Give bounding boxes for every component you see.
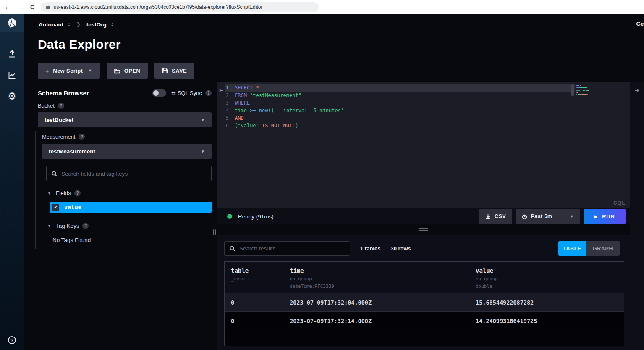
code-line[interactable]: 5AND [225, 114, 575, 122]
table-cell: 2023-07-09T17:32:14.000Z [283, 318, 469, 324]
collapse-left-icon[interactable]: ⇤ [217, 82, 225, 208]
influxdb-logo[interactable] [0, 14, 24, 32]
code-line[interactable]: 3WHERE [225, 99, 575, 107]
query-status-text: Ready (91ms) [238, 213, 274, 220]
breadcrumb-suborg[interactable]: testOrg [86, 21, 107, 28]
save-button[interactable]: SAVE [154, 63, 194, 79]
browser-reload-icon[interactable]: C [30, 3, 35, 11]
save-icon [162, 68, 168, 74]
sql-sync-toggle[interactable] [152, 89, 166, 97]
code-line[interactable]: 6("value" IS NOT NULL) [225, 122, 575, 129]
run-query-button[interactable]: ▶ RUN [584, 209, 626, 224]
tag-keys-collapse-icon[interactable]: ▼ [47, 224, 51, 228]
address-bar[interactable]: us-east-1-1.aws.cloud2.influxdata.com/or… [41, 2, 319, 12]
field-checkbox[interactable]: ✓ [52, 204, 59, 211]
tag-keys-label: Tag Keys [56, 223, 79, 229]
settings-gear-icon[interactable]: ⚙ [8, 92, 17, 101]
open-button[interactable]: OPEN [107, 63, 148, 79]
measurement-help-icon[interactable]: ? [79, 134, 85, 140]
download-icon [485, 214, 491, 219]
table-cell: 0 [225, 299, 283, 306]
sync-arrows-icon: ⇆ [171, 90, 176, 96]
editor-minimap[interactable] [575, 82, 589, 208]
chevron-down-icon: ▼ [201, 118, 205, 122]
results-search-input[interactable] [239, 245, 345, 252]
column-meta: double [476, 284, 624, 289]
column-name: time [290, 267, 469, 274]
results-panel: 1 tables 30 rows TABLE GRAPH table_resul… [217, 235, 630, 350]
bucket-value: testBucket [45, 117, 73, 123]
breadcrumb-separator: ❯ [76, 21, 81, 27]
table-row[interactable]: 02023-07-09T17:32:14.000Z14.240993186419… [225, 311, 624, 330]
run-label: RUN [602, 213, 615, 220]
tag-keys-help-icon[interactable]: ? [82, 223, 89, 229]
table-row[interactable]: 02023-07-09T17:32:04.000Z15.685449220872… [225, 293, 624, 311]
drag-handle-icon [213, 229, 216, 235]
fields-search[interactable] [46, 166, 212, 181]
results-table-body: 02023-07-09T17:32:04.000Z15.685449220872… [225, 293, 624, 330]
new-script-button[interactable]: + New Script ▼ [38, 63, 100, 79]
right-collapse-strip[interactable]: ⇥ [630, 82, 644, 350]
status-ok-dot [227, 214, 232, 219]
measurement-value: testMeasurement [49, 148, 95, 155]
fields-help-icon[interactable]: ? [74, 190, 81, 196]
bucket-dropdown[interactable]: testBucket ▼ [38, 112, 212, 127]
save-label: SAVE [172, 68, 187, 74]
bucket-help-icon[interactable]: ? [58, 103, 64, 109]
sql-sync-help-icon[interactable]: ? [205, 90, 212, 96]
indent-guide [42, 163, 42, 249]
schema-browser-title: Schema Browser [38, 89, 89, 97]
upload-data-icon[interactable] [8, 49, 17, 58]
tables-count: 1 tables [360, 245, 380, 252]
fields-search-input[interactable] [61, 171, 206, 177]
table-cell: 14.240993186419725 [469, 318, 624, 324]
influxdb-logo-icon [7, 18, 18, 29]
tab-table[interactable]: TABLE [558, 241, 586, 256]
view-mode-toggle: TABLE GRAPH [558, 241, 620, 256]
data-explorer-icon[interactable] [8, 71, 17, 80]
editor-scrollbar[interactable] [571, 84, 574, 96]
minimap-line [576, 90, 589, 91]
time-range-dropdown[interactable]: ◷ Past 5m ▼ [516, 209, 580, 224]
column-header-table[interactable]: table_result [225, 267, 283, 293]
nav-right-link[interactable]: Get [636, 21, 644, 27]
column-meta: no group [476, 276, 624, 282]
results-search[interactable] [224, 241, 350, 256]
column-meta: no group [290, 276, 469, 282]
code-line[interactable]: 4time >= now() - interval '5 minutes' [225, 107, 575, 114]
editor-side-panel: SQL [589, 82, 630, 208]
code-text: FROM "testMeasurement" [235, 92, 301, 98]
field-item-value[interactable]: ✓ value [50, 202, 212, 213]
folder-icon [114, 68, 120, 74]
code-line[interactable]: 1SELECT * [225, 84, 575, 92]
chevron-down-icon: ▼ [201, 149, 205, 154]
column-header-time[interactable]: timeno groupdateTime:RFC3339 [283, 267, 469, 293]
field-value-label: value [64, 204, 81, 211]
code-line[interactable]: 2FROM "testMeasurement" [225, 92, 575, 99]
csv-download-button[interactable]: CSV [479, 209, 512, 224]
browser-back-icon[interactable]: ← [4, 3, 11, 11]
suborg-switcher-icon[interactable]: ▲▼ [111, 22, 113, 26]
plus-icon: + [45, 67, 49, 74]
column-header-value[interactable]: valueno groupdouble [469, 267, 624, 293]
panel-resize-divider[interactable] [212, 82, 217, 350]
line-number: 1 [225, 85, 235, 91]
browser-forward-icon[interactable]: → [17, 3, 24, 11]
minimap-line [576, 92, 589, 93]
table-cell: 2023-07-09T17:32:04.000Z [283, 299, 469, 306]
clock-icon: ◷ [522, 213, 527, 220]
lock-icon [46, 5, 50, 9]
results-resize-divider[interactable] [217, 224, 630, 235]
screen: ← → C us-east-1-1.aws.cloud2.influxdata.… [0, 0, 644, 350]
editor-lines[interactable]: 1SELECT *2FROM "testMeasurement"3WHERE4t… [225, 82, 575, 208]
measurement-dropdown[interactable]: testMeasurement ▼ [42, 144, 212, 159]
rows-count: 30 rows [390, 245, 411, 252]
org-switcher-icon[interactable]: ▲▼ [68, 22, 70, 26]
tab-graph[interactable]: GRAPH [586, 241, 620, 256]
sql-editor[interactable]: ⇤ 1SELECT *2FROM "testMeasurement"3WHERE… [217, 82, 630, 208]
column-name: value [476, 267, 624, 274]
fields-collapse-icon[interactable]: ▼ [47, 191, 51, 195]
page-title: Data Explorer [38, 37, 644, 52]
breadcrumb-org[interactable]: Autonaut [39, 21, 63, 28]
help-icon[interactable]: ? [8, 336, 16, 344]
